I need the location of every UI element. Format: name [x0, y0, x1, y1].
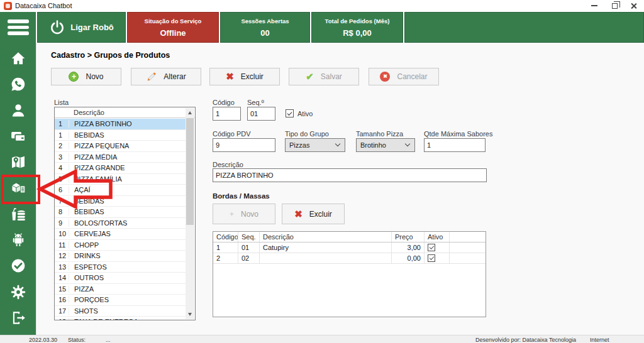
scroll-down-icon[interactable]: [188, 313, 192, 316]
title-bar: Datacaixa Chatbot: [0, 0, 644, 12]
seq-input[interactable]: [247, 107, 275, 121]
list-item[interactable]: 10CERVEJAS: [55, 229, 186, 240]
row-ativo-checkbox[interactable]: [428, 244, 435, 251]
row-ativo-checkbox[interactable]: [428, 254, 435, 262]
scroll-up-icon[interactable]: [188, 111, 192, 114]
status-date: 2022.03.30: [29, 337, 57, 343]
ativo-label: Ativo: [297, 110, 313, 117]
seq-label: Seq.º: [247, 99, 264, 106]
close-button[interactable]: [624, 0, 643, 11]
product-boxes-icon: [10, 180, 26, 196]
status-panel-sessoes: Sessões Abertas 00: [220, 12, 310, 43]
bordas-excluir-button[interactable]: ✖ Excluir: [282, 204, 345, 224]
check-mark-icon: [429, 255, 434, 260]
restore-icon: [612, 3, 618, 9]
grupos-listbox: Descrição 1PIZZA BROTINHO 1BEBIDAS 2PIZZ…: [54, 107, 196, 320]
list-scrollbar[interactable]: [186, 108, 194, 319]
salvar-label: Salvar: [321, 72, 342, 81]
sessoes-label: Sessões Abertas: [241, 18, 289, 24]
bordas-novo-label: Novo: [241, 210, 258, 219]
excluir-label: Excluir: [241, 72, 264, 81]
cancelar-button[interactable]: ✖ Cancelar: [369, 68, 439, 85]
scroll-thumb[interactable]: [186, 118, 194, 225]
sidebar-item-map[interactable]: [0, 151, 36, 173]
breadcrumb: Cadastro > Grupos de Produtos: [51, 51, 170, 60]
bordas-novo-button[interactable]: + Novo: [213, 204, 275, 224]
status-value: ...: [106, 337, 111, 343]
red-x-icon: ✖: [226, 71, 234, 82]
list-item[interactable]: 17SHOTS: [55, 306, 186, 317]
situacao-label: Situação do Serviço: [145, 18, 202, 24]
codigo-pdv-input[interactable]: [213, 138, 275, 152]
sidebar-item-exit[interactable]: [0, 307, 36, 329]
ligar-robo-label: Ligar Robô: [70, 23, 114, 32]
app-logo-icon: [4, 2, 12, 10]
ativo-checkbox[interactable]: [286, 109, 294, 117]
check-mark-icon: [429, 244, 434, 249]
list-item[interactable]: 15PIZZA: [55, 284, 186, 295]
tamanho-pizza-label: Tamanho Pizza: [356, 130, 403, 138]
list-item[interactable]: 11CHOPP: [55, 240, 186, 251]
credit-cards-icon: [10, 128, 26, 144]
bordas-table-row[interactable]: 2 02 0,00: [213, 253, 486, 264]
descricao-label: Descrição: [213, 161, 243, 168]
sidebar-item-home[interactable]: [0, 48, 36, 69]
tipo-grupo-select[interactable]: Pizzas: [285, 138, 345, 152]
list-item[interactable]: 16PORÇOES: [55, 295, 186, 306]
sidebar-item-settings[interactable]: [0, 281, 36, 303]
bordas-table-row[interactable]: 1 01 Catupiry 3,00: [213, 242, 486, 253]
gear-icon: [10, 284, 26, 300]
salvar-button[interactable]: ✔ Salvar: [289, 68, 359, 85]
sidebar-nav: [0, 43, 36, 335]
lista-label: Lista: [54, 99, 69, 106]
bordas-table-header: Código Seq. Descrição Preço Ativo: [213, 232, 486, 242]
bordas-massas-title: Bordas / Massas: [213, 192, 270, 200]
sidebar-item-android[interactable]: [0, 229, 36, 251]
tamanho-pizza-select[interactable]: Brotinho: [356, 138, 415, 152]
sidebar-item-cards[interactable]: [0, 126, 36, 147]
qtde-sabores-input[interactable]: [424, 138, 486, 152]
android-icon: [10, 232, 26, 248]
list-item[interactable]: 4PIZZA GRANDE: [55, 163, 186, 174]
sidebar-item-check[interactable]: [0, 255, 36, 276]
sidebar-item-food[interactable]: [0, 204, 36, 225]
plus-icon: +: [230, 210, 234, 219]
person-icon: [10, 102, 26, 119]
hamburger-menu-button[interactable]: [0, 12, 36, 43]
list-item[interactable]: 5PIZZA FAMÍLIA: [55, 174, 186, 185]
list-item[interactable]: 14OUTROS: [55, 273, 186, 284]
excluir-button[interactable]: ✖ Excluir: [209, 68, 280, 85]
list-item[interactable]: 8BEBIDAS: [55, 207, 186, 218]
map-pin-icon: [10, 154, 26, 170]
list-item[interactable]: 9BOLOS/TORTAS: [55, 218, 186, 229]
hamburger-icon: [8, 19, 29, 23]
network-status: Internet: [590, 337, 609, 343]
list-item[interactable]: 18TAXA DE ENTREGA: [55, 317, 186, 320]
sidebar-item-contacts[interactable]: [0, 100, 36, 121]
sidebar-item-whatsapp[interactable]: [0, 74, 36, 95]
main-content: Cadastro > Grupos de Produtos + Novo Alt…: [36, 43, 644, 335]
list-item[interactable]: 2PIZZA PEQUENA: [55, 141, 186, 152]
status-label: Status:: [68, 337, 86, 343]
novo-label: Novo: [86, 72, 103, 81]
list-item[interactable]: 3PIZZA MÉDIA: [55, 152, 186, 163]
list-item[interactable]: 1BEBIDAS: [55, 130, 186, 141]
ligar-robo-button[interactable]: Ligar Robô: [37, 12, 126, 43]
list-item[interactable]: 6AÇAÍ: [55, 185, 186, 196]
list-item[interactable]: 12DRINKS: [55, 251, 186, 262]
codigo-input[interactable]: [213, 107, 241, 121]
list-item[interactable]: 7BEBIDAS: [55, 196, 186, 207]
sidebar-item-products[interactable]: [0, 177, 36, 199]
window-title: Datacaixa Chatbot: [15, 2, 72, 9]
minimize-button[interactable]: [585, 0, 604, 11]
red-x-icon: ✖: [294, 209, 303, 220]
status-bar: 2022.03.30 Status: ... Desenvolvido por:…: [0, 335, 644, 343]
list-item[interactable]: 1PIZZA BROTINHO: [55, 119, 186, 130]
maximize-button[interactable]: [605, 0, 624, 11]
descricao-input[interactable]: [213, 168, 487, 182]
novo-button[interactable]: + Novo: [51, 68, 121, 85]
list-item[interactable]: 13ESPETOS: [55, 262, 186, 273]
chevron-down-icon: [405, 141, 410, 146]
alterar-button[interactable]: Alterar: [131, 68, 201, 85]
plus-icon: +: [69, 72, 79, 82]
